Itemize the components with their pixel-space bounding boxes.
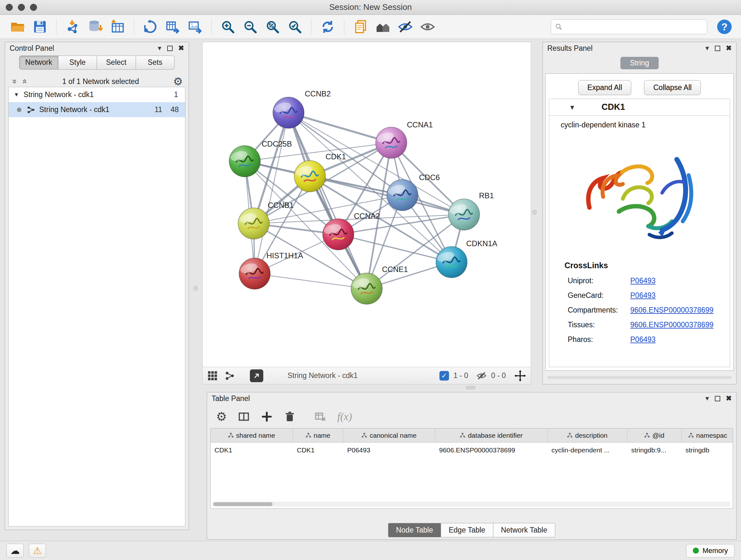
zoom-out-button[interactable] [240,17,260,37]
network-node-ccna1[interactable] [376,127,407,159]
network-row-selected[interactable]: String Network - cdk1 11 48 [9,102,185,117]
add-column-icon[interactable] [261,411,273,423]
network-node-cdk1[interactable] [294,161,326,192]
table-horizontal-scrollbar[interactable] [212,502,731,507]
table-cell[interactable]: stringdb [682,446,733,454]
table-cell[interactable]: P06493 [343,446,435,454]
tab-edge-table[interactable]: Edge Table [441,523,493,537]
float-panel-icon[interactable] [167,46,173,51]
show-columns-icon[interactable] [238,411,250,423]
share-network-icon[interactable] [224,370,235,381]
column-header-description[interactable]: description [548,428,627,442]
section-collapse-icon[interactable]: ▾ [570,103,574,112]
column-header-name[interactable]: name [293,428,343,442]
network-node-cdc6[interactable] [387,179,418,211]
scrollbar-thumb[interactable] [213,502,273,506]
search-input[interactable] [565,23,703,31]
crosslink-value-link[interactable]: P06493 [630,291,656,300]
tab-sets[interactable]: Sets [136,56,175,70]
column-header--id[interactable]: @id [627,428,682,442]
gene-section-header[interactable]: ▾ CDK1 [549,99,730,116]
tab-network-table[interactable]: Network Table [493,523,555,537]
table-settings-gear-icon[interactable]: ⚙ [216,411,227,423]
import-network-database-button[interactable] [85,17,105,37]
tab-string[interactable]: String [620,57,659,69]
table-cell[interactable]: cyclin-dependent ... [548,446,627,454]
close-panel-icon[interactable]: ✖ [726,45,732,52]
network-options-gear-icon[interactable]: ⚙ [173,76,183,87]
save-session-button[interactable] [30,17,50,37]
delete-column-icon[interactable] [284,411,296,423]
network-node-ccnb2[interactable] [273,97,304,128]
column-header-database-identifier[interactable]: database identifier [435,428,548,442]
network-collection-row[interactable]: ▼ String Network - cdk1 1 [9,87,185,102]
refresh-layout-button[interactable] [318,17,338,37]
network-from-selection-button[interactable] [140,17,160,37]
collapse-all-networks-icon[interactable]: » [11,77,19,85]
column-header-namespac[interactable]: namespac [682,428,733,442]
zoom-fit-button[interactable] [263,17,282,37]
network-node-cdkn1a[interactable] [436,246,467,278]
tab-node-table[interactable]: Node Table [388,523,441,537]
hide-selected-button[interactable] [395,17,415,37]
string-network-graph[interactable]: CCNB2CCNA1CDC25BCDK1CDC6RB1CCNB1CCNA2CDK… [203,42,531,367]
table-cell[interactable]: CDK1 [293,446,343,454]
float-panel-icon[interactable] [715,396,720,401]
birdseye-button[interactable] [373,17,393,37]
network-node-ccne1[interactable] [351,273,382,304]
network-node-ccna2[interactable] [323,219,354,250]
collapse-all-button[interactable]: Collapse All [644,80,701,95]
panel-menu-icon[interactable]: ▾ [705,395,709,402]
crosslink-value-link[interactable]: P06493 [630,335,656,344]
results-scrollbar[interactable] [547,376,732,379]
collection-collapse-icon[interactable]: ▼ [14,91,19,98]
column-header-canonical-name[interactable]: canonical name [343,428,435,442]
table-cell[interactable]: CDK1 [211,446,293,454]
search-field[interactable] [551,19,707,34]
panel-menu-icon[interactable]: ▾ [705,45,709,52]
cloud-status-button[interactable]: ☁ [6,544,23,558]
memory-button[interactable]: Memory [686,544,735,557]
panel-menu-icon[interactable]: ▾ [158,45,161,52]
export-table-button[interactable] [163,17,183,37]
table-cell[interactable]: stringdb:9... [627,446,682,454]
column-header-shared-name[interactable]: shared name [211,428,293,442]
close-panel-icon[interactable]: ✖ [726,395,732,402]
network-node-ccnb1[interactable] [238,208,269,239]
grid-icon[interactable] [207,370,218,381]
help-button[interactable]: ? [716,18,733,36]
crosslink-value-link[interactable]: 9606.ENSP00000378699 [630,320,714,329]
right-splitter-handle[interactable] [532,210,537,214]
hidden-eye-slash-icon[interactable] [476,371,487,381]
expand-all-networks-icon[interactable]: » [20,77,28,85]
table-row[interactable]: CDK1CDK1P064939606.ENSP00000378699cyclin… [211,442,733,458]
move-crosshair-icon[interactable] [514,370,526,382]
selected-checkbox-icon[interactable]: ✓ [440,371,449,381]
tab-network[interactable]: Network [19,56,58,70]
export-image-button[interactable] [185,17,205,37]
crosslink-value-link[interactable]: P06493 [630,276,656,285]
crosslink-value-link[interactable]: 9606.ENSP00000378699 [630,306,714,314]
warnings-button[interactable]: ⚠ [29,544,46,558]
network-node-hist1h1a[interactable] [239,258,270,289]
function-builder-icon[interactable]: f(x) [337,411,352,423]
left-splitter-handle[interactable] [193,286,198,291]
tab-select[interactable]: Select [97,56,136,70]
tab-style[interactable]: Style [58,56,97,70]
import-table-button[interactable] [108,17,127,37]
float-panel-icon[interactable] [715,46,720,51]
expand-all-button[interactable]: Expand All [578,80,631,95]
network-canvas[interactable]: CCNB2CCNA1CDC25BCDK1CDC6RB1CCNB1CCNA2CDK… [202,42,531,367]
bottom-splitter-handle[interactable] [466,386,475,389]
import-network-file-button[interactable] [63,17,83,37]
snapshot-button[interactable] [351,17,370,37]
network-node-cdc25b[interactable] [229,145,260,177]
table-cell[interactable]: 9606.ENSP00000378699 [435,446,548,454]
show-all-button[interactable] [418,17,437,37]
delete-table-icon[interactable] [314,411,327,423]
network-node-rb1[interactable] [448,199,480,230]
zoom-selected-button[interactable] [285,17,305,37]
zoom-in-button[interactable] [218,17,238,37]
close-panel-icon[interactable]: ✖ [179,45,184,52]
open-in-window-button[interactable] [250,369,263,382]
